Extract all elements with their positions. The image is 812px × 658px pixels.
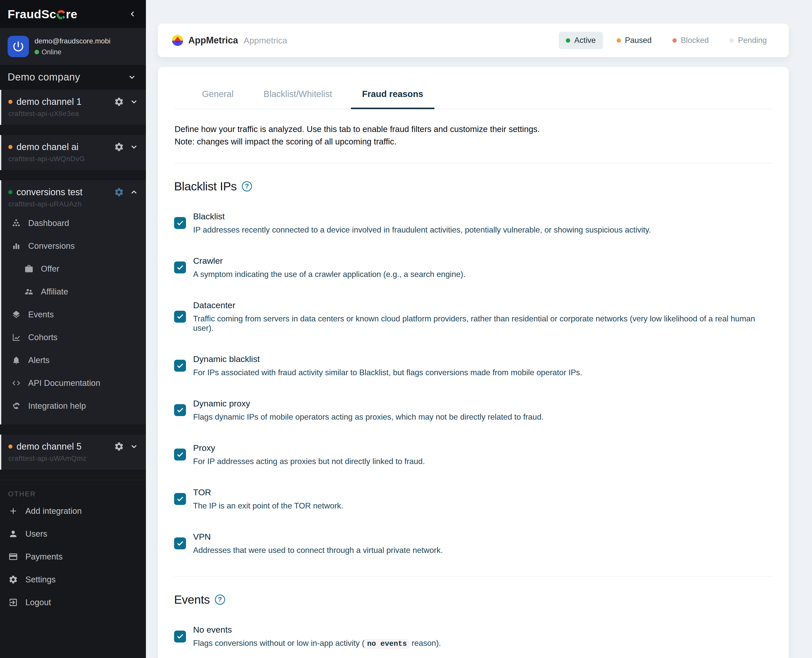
sidebar-item-offer[interactable]: Offer [8, 257, 138, 280]
tab-general[interactable]: General [191, 89, 245, 109]
checkbox-no-events[interactable] [174, 631, 186, 642]
checkbox-blacklist[interactable] [174, 217, 186, 229]
status-dot-icon [729, 38, 734, 43]
online-dot-icon [34, 50, 39, 54]
channel-status-dot-icon [8, 190, 13, 194]
user-status: Online [34, 48, 110, 56]
sidebar-collapse-icon[interactable] [128, 9, 137, 18]
status-badge-paused[interactable]: Paused [610, 32, 659, 49]
sidebar-item-label: Logout [25, 598, 51, 607]
sidebar-item-payments[interactable]: Payments [0, 545, 146, 568]
checkbox-crawler[interactable] [174, 262, 186, 273]
chevron-down-icon[interactable] [130, 143, 138, 151]
sidebar-item-conversions[interactable]: Conversions [8, 235, 138, 257]
chevron-up-icon[interactable] [130, 188, 138, 196]
sidebar-item-settings[interactable]: Settings [0, 568, 146, 591]
sidebar-item-affiliate[interactable]: Affiliate [8, 280, 138, 303]
channel-row[interactable]: demo chanel ai [8, 142, 138, 152]
channel-row[interactable]: demo channel 1 [8, 97, 138, 107]
channel-settings-gear-icon[interactable] [114, 142, 124, 152]
sidebar-item-dashboard[interactable]: Dashboard [8, 212, 138, 235]
status-dot-icon [566, 38, 570, 43]
users-icon [8, 529, 18, 539]
tabs-row: GeneralBlacklist/WhitelistFraud reasons [174, 67, 773, 109]
status-badge-pending[interactable]: Pending [723, 32, 774, 49]
status-badge-label: Paused [625, 36, 652, 45]
app-ident: AppMetrica Appmetrica [172, 35, 287, 46]
channel-row[interactable]: demo channel 5 [8, 441, 138, 452]
reason-code-chip: no events [365, 639, 410, 649]
user-block[interactable]: demo@fraudscore.mobi Online [0, 28, 146, 65]
help-question-icon[interactable]: ? [215, 595, 225, 605]
conversions-icon [11, 241, 21, 251]
status-badge-blocked[interactable]: Blocked [665, 32, 716, 49]
other-list: Add integrationUsersPaymentsSettingsLogo… [0, 500, 146, 614]
channel-settings-gear-icon[interactable] [114, 442, 124, 451]
logout-icon [8, 597, 18, 608]
channel-settings-gear-icon[interactable] [114, 187, 124, 197]
sidebar-item-label: Integration help [28, 401, 86, 411]
sidebar-item-integration-help[interactable]: Integration help [8, 395, 138, 417]
channel-name: demo channel 5 [17, 441, 114, 452]
channel-block-demo-chanel-ai: demo chanel aicrafttest-api-uWQnDvG [0, 135, 146, 170]
sidebar-item-label: API Documentation [28, 378, 100, 388]
sidebar-item-label: Settings [25, 575, 56, 584]
alerts-icon [11, 356, 21, 365]
sidebar-item-users[interactable]: Users [0, 522, 146, 545]
filter-title: Dynamic proxy [193, 399, 543, 409]
sidebar-item-label: Add integration [25, 506, 82, 516]
filter-row-tor: TORThe IP is an exit point of the TOR ne… [174, 487, 773, 511]
sections-container: Blacklist IPs?BlacklistIP addresses rece… [174, 163, 773, 648]
filter-text: ProxyFor IP addresses acting as proxies … [193, 443, 425, 466]
filter-row-proxy: ProxyFor IP addresses acting as proxies … [174, 443, 773, 466]
sidebar-item-add-integration[interactable]: Add integration [0, 500, 146, 522]
filter-text: VPNAddresses that were used to connect t… [193, 532, 443, 555]
app-subtitle: Appmetrica [244, 36, 287, 45]
channel-block-conversions-test: conversions testcrafttest-api-uRAUAzhDas… [0, 180, 146, 425]
checkbox-dynamic-blacklist[interactable] [174, 360, 186, 372]
sidebar-item-api-documentation[interactable]: API Documentation [8, 372, 138, 395]
filter-title: Dynamic blacklist [193, 354, 582, 364]
sidebar-item-label: Payments [25, 552, 63, 561]
channel-block-demo-channel-1: demo channel 1crafttest-api-uX8e3ea [0, 90, 146, 125]
settings-card: GeneralBlacklist/WhitelistFraud reasons … [158, 67, 789, 658]
integration-icon [11, 401, 21, 411]
channel-api-key: crafttest-api-uRAUAzh [8, 200, 138, 208]
intro-text: Define how your traffic is analyzed. Use… [174, 123, 773, 148]
checkbox-datacenter[interactable] [174, 311, 186, 323]
sidebar-logo-bar: FraudScre [0, 0, 146, 28]
affiliate-icon [24, 287, 34, 296]
other-section-label: OTHER [0, 480, 146, 500]
intro-line-1: Define how your traffic is analyzed. Use… [175, 123, 773, 135]
sidebar-item-alerts[interactable]: Alerts [8, 349, 138, 372]
status-badge-active[interactable]: Active [559, 32, 603, 49]
filter-row-crawler: CrawlerA symptom indicating the use of a… [174, 256, 773, 279]
checkbox-vpn[interactable] [174, 537, 186, 549]
checkbox-proxy[interactable] [174, 448, 186, 461]
checkbox-dynamic-proxy[interactable] [174, 404, 186, 416]
filter-text: DatacenterTraffic coming from servers in… [193, 300, 773, 333]
brand-text-right: re [66, 7, 77, 21]
help-question-icon[interactable]: ? [242, 181, 252, 191]
chevron-down-icon[interactable] [130, 97, 138, 106]
sidebar-item-cohorts[interactable]: Cohorts [8, 326, 138, 349]
sidebar-item-label: Conversions [28, 241, 75, 251]
sidebar-item-events[interactable]: Events [8, 303, 138, 326]
filter-row-dynamic-blacklist: Dynamic blacklistFor IPs associated with… [174, 354, 773, 377]
tab-fraud-reasons[interactable]: Fraud reasons [351, 89, 435, 109]
sidebar-item-label: Events [28, 310, 54, 320]
filter-text: BlacklistIP addresses recently connected… [193, 212, 651, 235]
channel-settings-gear-icon[interactable] [114, 97, 124, 107]
channel-name: conversions test [17, 187, 114, 197]
chevron-down-icon[interactable] [130, 442, 138, 451]
status-row: ActivePausedBlockedPending [559, 32, 774, 49]
api-icon [11, 378, 21, 388]
channel-row[interactable]: conversions test [8, 187, 138, 197]
filter-row-dynamic-proxy: Dynamic proxyFlags dynamic IPs of mobile… [174, 399, 773, 421]
sidebar-item-logout[interactable]: Logout [0, 591, 146, 614]
tab-blacklist-whitelist[interactable]: Blacklist/Whitelist [252, 89, 343, 109]
company-selector[interactable]: Demo company [0, 65, 146, 89]
checkbox-tor[interactable] [174, 493, 186, 505]
status-badge-label: Blocked [681, 36, 709, 45]
chevron-down-icon[interactable] [128, 73, 136, 81]
